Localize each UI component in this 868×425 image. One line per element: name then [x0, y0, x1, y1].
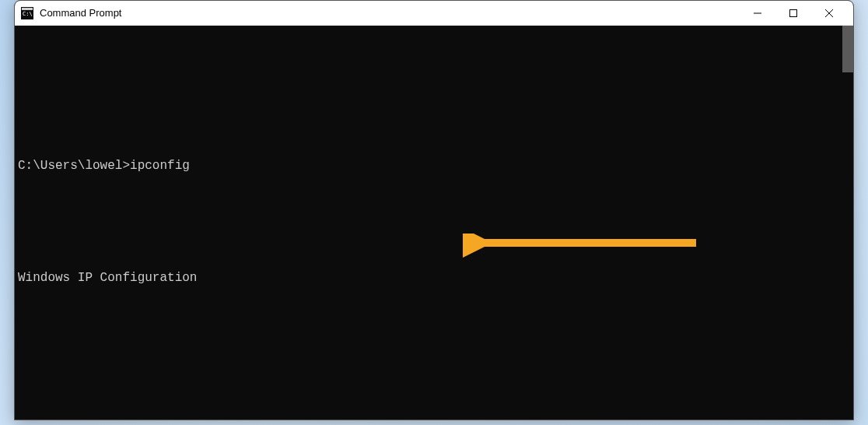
terminal-line — [15, 325, 853, 343]
command-prompt-window: C:\ Command Prompt C:\Users\lowel>ipconf… — [14, 0, 854, 420]
terminal-line — [15, 212, 853, 231]
window-title: Command Prompt — [40, 7, 740, 19]
command-text: ipconfig — [130, 159, 190, 173]
window-controls — [740, 1, 847, 26]
output-header: Windows IP Configuration — [15, 269, 853, 287]
terminal-line: C:\Users\lowel>ipconfig — [15, 156, 853, 175]
scrollbar-thumb[interactable] — [842, 26, 853, 72]
maximize-button[interactable] — [775, 1, 811, 26]
prompt: C:\Users\lowel> — [18, 159, 130, 173]
terminal-line — [15, 381, 853, 399]
close-button[interactable] — [811, 1, 847, 26]
terminal-line — [15, 100, 853, 119]
cmd-icon: C:\ — [21, 7, 33, 19]
svg-rect-4 — [790, 9, 797, 16]
svg-rect-1 — [22, 8, 33, 10]
titlebar[interactable]: C:\ Command Prompt — [15, 1, 853, 26]
minimize-button[interactable] — [740, 1, 775, 26]
svg-text:C:\: C:\ — [23, 11, 33, 17]
terminal-output[interactable]: C:\Users\lowel>ipconfig Windows IP Confi… — [15, 26, 853, 420]
